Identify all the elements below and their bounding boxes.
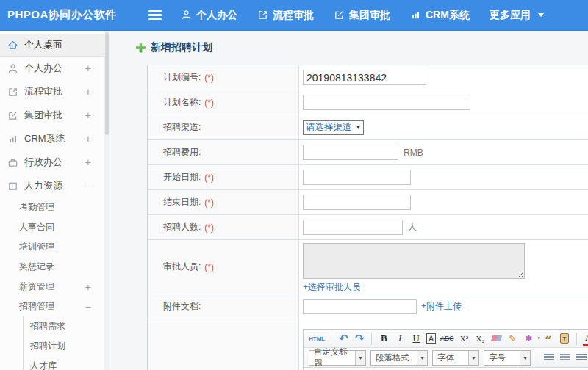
sidebar-item-admin-office[interactable]: 行政办公 + xyxy=(0,150,104,174)
nav-item-crm[interactable]: CRM系统 xyxy=(410,9,470,22)
plan-number-input[interactable] xyxy=(303,70,426,85)
sidebar-item-crm[interactable]: CRM系统 + xyxy=(0,127,104,150)
required-mark: (*) xyxy=(204,262,214,272)
sidebar-item-hr[interactable]: 人力资源 − xyxy=(0,174,104,197)
fee-unit-label: RMB xyxy=(404,148,423,158)
remove-format-button[interactable] xyxy=(490,331,502,346)
nav-item-personal-office[interactable]: 个人办公 xyxy=(181,9,237,22)
menu-toggle-icon[interactable] xyxy=(148,10,162,21)
sidebar-item-desktop[interactable]: 个人桌面 xyxy=(0,34,104,57)
subscript-button[interactable]: X₂ xyxy=(474,331,486,346)
sidebar-label: 个人桌面 xyxy=(24,38,62,51)
sidebar-item-reward-record[interactable]: 奖惩记录 xyxy=(0,257,104,277)
end-date-input[interactable] xyxy=(303,195,411,210)
start-date-row: 开始日期:(*) xyxy=(148,165,588,190)
page-title: 新增招聘计划 xyxy=(136,41,212,54)
quick-format-button[interactable]: ✱ xyxy=(523,331,534,346)
field-label: 招聘费用: xyxy=(163,146,201,159)
select-caret-icon: ▼ xyxy=(468,351,478,365)
rich-text-editor: HTML ↶ ↷ B I U A ABC X² X₂ xyxy=(303,329,588,370)
approver-textarea[interactable] xyxy=(303,243,525,279)
choose-approver-link[interactable]: +选择审批人员 xyxy=(303,281,361,294)
align-right-icon[interactable] xyxy=(576,354,587,361)
collapse-icon[interactable]: − xyxy=(85,301,91,313)
app-brand: PHPOA协同办公软件 xyxy=(7,8,140,22)
headcount-input[interactable] xyxy=(303,220,403,235)
sidebar-label: 奖惩记录 xyxy=(19,261,54,273)
plan-name-input[interactable] xyxy=(303,95,470,110)
required-mark: (*) xyxy=(204,98,214,108)
align-left-icon[interactable] xyxy=(544,354,554,361)
top-navbar: PHPOA协同办公软件 个人办公 流程审批 集团审批 CRM系统 xyxy=(0,0,588,31)
bar-chart-icon xyxy=(410,10,421,21)
sidebar-item-talent-pool[interactable]: 人才库 xyxy=(24,356,104,370)
underline-button[interactable]: U xyxy=(410,331,422,346)
paragraph-format-select[interactable]: 段落格式 ▼ xyxy=(370,350,428,366)
field-label: 计划名称: xyxy=(163,96,201,109)
html-source-button[interactable]: HTML xyxy=(309,331,325,346)
undo-button[interactable]: ↶ xyxy=(337,331,349,346)
sidebar-item-personal-office[interactable]: 个人办公 + xyxy=(0,57,104,80)
collapse-icon[interactable]: − xyxy=(85,180,91,192)
attachment-input[interactable] xyxy=(303,299,417,314)
main-content: 新增招聘计划 计划编号:(*) 计划名称:(*) 招聘渠道: 请选择渠道 ▼ xyxy=(110,31,588,370)
sidebar-label: 考勤管理 xyxy=(19,201,54,214)
sidebar-item-recruit-mgmt[interactable]: 招聘管理− xyxy=(0,297,104,316)
sidebar-item-hr-contract[interactable]: 人事合同 xyxy=(0,217,104,237)
nav-label: 流程审批 xyxy=(273,9,314,22)
sidebar-item-salary[interactable]: 薪资管理+ xyxy=(0,277,104,297)
sidebar-item-recruit-plan[interactable]: 招聘计划 xyxy=(24,336,104,356)
strikethrough-button[interactable]: ABC xyxy=(440,331,454,346)
paste-button[interactable]: T xyxy=(559,331,570,346)
font-size-select[interactable]: 字号 ▼ xyxy=(484,350,531,366)
sidebar-item-attendance[interactable]: 考勤管理 xyxy=(0,197,104,217)
select-value: 字体 xyxy=(433,351,468,365)
blockquote-button[interactable]: “ xyxy=(542,331,554,346)
briefcase-icon xyxy=(7,157,18,168)
sidebar-item-recruit-demand[interactable]: 招聘需求 xyxy=(24,316,104,336)
fee-input[interactable] xyxy=(303,145,398,160)
eraser-icon xyxy=(491,335,503,341)
bar-chart-icon xyxy=(7,134,18,145)
sidebar-label: 流程审批 xyxy=(24,85,62,98)
channel-select[interactable]: 请选择渠道 ▼ xyxy=(303,120,364,135)
font-border-button[interactable]: A xyxy=(426,333,436,344)
italic-button[interactable]: I xyxy=(394,331,406,346)
start-date-input[interactable] xyxy=(303,170,411,185)
sidebar-label: CRM系统 xyxy=(24,132,65,145)
sidebar-item-group-approval[interactable]: 集团审批 + xyxy=(0,104,104,127)
field-label: 审批人员: xyxy=(163,261,201,273)
redo-button[interactable]: ↷ xyxy=(354,331,365,346)
sidebar-item-training[interactable]: 培训管理 xyxy=(0,237,104,257)
expand-icon[interactable]: + xyxy=(85,86,91,98)
expand-icon[interactable]: + xyxy=(85,133,91,145)
align-center-icon[interactable] xyxy=(560,354,570,361)
recruit-submenu: 招聘需求 招聘计划 人才库 xyxy=(23,316,104,370)
expand-icon[interactable]: + xyxy=(85,281,91,293)
sidebar-scrollbar[interactable] xyxy=(104,31,110,370)
sidebar-label: 薪资管理 xyxy=(19,280,54,293)
bold-button[interactable]: B xyxy=(378,331,390,346)
sidebar-item-workflow-approval[interactable]: 流程审批 + xyxy=(0,80,104,104)
format-brush-button[interactable]: ✎ xyxy=(506,331,518,346)
font-color-button[interactable]: A xyxy=(583,331,588,346)
plus-icon xyxy=(136,43,146,53)
custom-heading-select[interactable]: 自定义标题 ▼ xyxy=(309,350,366,366)
nav-item-workflow-approval[interactable]: 流程审批 xyxy=(257,9,314,22)
scrollbar-thumb[interactable] xyxy=(105,32,109,135)
select-caret-icon: ▼ xyxy=(520,351,530,365)
sidebar-label: 集团审批 xyxy=(24,109,62,122)
expand-icon[interactable]: + xyxy=(85,109,91,121)
expand-icon[interactable]: + xyxy=(85,156,91,168)
font-family-select[interactable]: 字体 ▼ xyxy=(432,350,479,366)
workflow-icon xyxy=(257,10,268,21)
nav-item-group-approval[interactable]: 集团审批 xyxy=(334,9,390,22)
field-label: 计划编号: xyxy=(163,71,201,84)
page-title-text: 新增招聘计划 xyxy=(151,41,212,54)
chevron-down-icon[interactable]: ▾ xyxy=(537,335,540,341)
expand-icon[interactable]: + xyxy=(85,62,91,74)
superscript-button[interactable]: X² xyxy=(458,331,470,346)
required-mark: (*) xyxy=(204,173,214,183)
attachment-upload-link[interactable]: +附件上传 xyxy=(421,300,462,313)
nav-item-more-apps[interactable]: 更多应用 xyxy=(490,9,544,22)
